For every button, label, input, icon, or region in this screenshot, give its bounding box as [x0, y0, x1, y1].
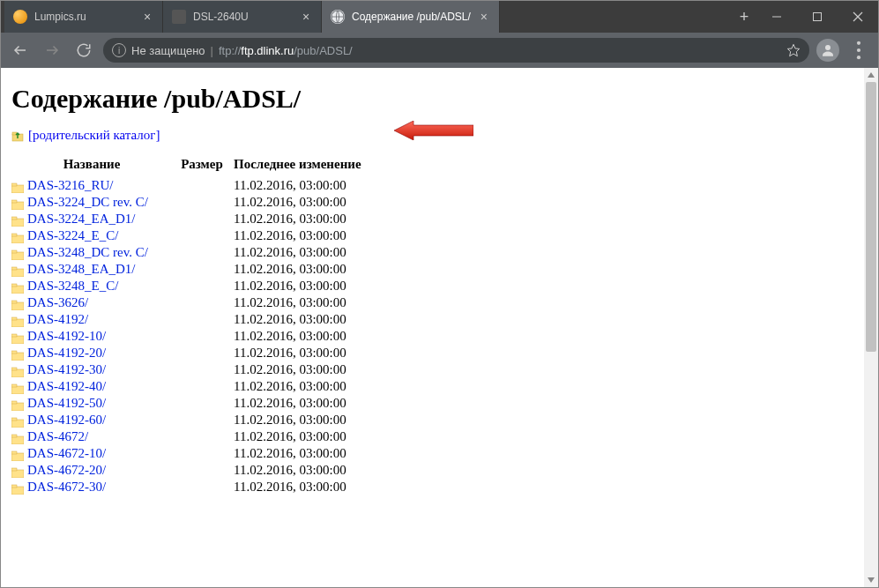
page-content: Содержание /pub/ADSL/ [родительский ката…	[1, 68, 864, 587]
svg-marker-53	[868, 577, 875, 583]
bookmark-star-icon[interactable]	[786, 43, 801, 57]
modified-cell: 11.02.2016, 03:00:00	[232, 378, 370, 395]
forward-button[interactable]	[40, 38, 64, 63]
scroll-down-button[interactable]	[864, 573, 878, 587]
scroll-track[interactable]	[864, 82, 878, 573]
directory-link[interactable]: DAS-4672-10/	[27, 446, 106, 460]
modified-cell: 11.02.2016, 03:00:00	[232, 395, 370, 412]
svg-point-10	[857, 48, 860, 52]
tab-title: Содержание /pub/ADSL/	[352, 11, 471, 23]
new-tab-button[interactable]: +	[732, 1, 756, 33]
modified-cell: 11.02.2016, 03:00:00	[232, 328, 370, 345]
directory-link[interactable]: DAS-4672-20/	[27, 463, 106, 477]
tab-close-icon[interactable]: ×	[478, 11, 490, 23]
directory-link[interactable]: DAS-3224_DC rev. C/	[27, 195, 148, 209]
svg-rect-24	[11, 269, 24, 277]
window-controls	[756, 1, 878, 33]
browser-tab[interactable]: Содержание /pub/ADSL/×	[322, 1, 500, 33]
minimize-button[interactable]	[756, 1, 797, 33]
size-cell	[179, 244, 232, 261]
size-cell	[179, 261, 232, 278]
directory-link[interactable]: DAS-4672-30/	[27, 480, 106, 494]
folder-icon	[11, 232, 24, 242]
svg-rect-36	[11, 369, 24, 377]
table-row: DAS-4192-60/11.02.2016, 03:00:00	[11, 412, 370, 428]
directory-link[interactable]: DAS-4192-50/	[27, 396, 106, 410]
parent-directory-link[interactable]: [родительский каталог]	[28, 128, 160, 143]
svg-rect-45	[11, 435, 17, 437]
table-row: DAS-3216_RU/11.02.2016, 03:00:00	[11, 177, 370, 194]
svg-rect-21	[11, 234, 17, 236]
svg-rect-33	[11, 334, 17, 337]
directory-link[interactable]: DAS-4192-20/	[27, 346, 106, 360]
divider: |	[211, 44, 213, 57]
directory-link[interactable]: DAS-3248_DC rev. C/	[27, 245, 148, 259]
svg-rect-25	[11, 267, 17, 270]
vertical-scrollbar[interactable]	[864, 68, 878, 587]
table-row: DAS-4192/11.02.2016, 03:00:00	[11, 311, 370, 328]
menu-button[interactable]	[846, 38, 871, 63]
size-cell	[179, 345, 232, 361]
close-button[interactable]	[838, 1, 878, 33]
svg-rect-15	[11, 183, 17, 186]
tab-close-icon[interactable]: ×	[300, 11, 312, 23]
svg-rect-43	[11, 418, 17, 421]
svg-rect-26	[11, 286, 24, 294]
svg-rect-14	[11, 185, 24, 193]
maximize-button[interactable]	[797, 1, 838, 33]
parent-directory-row: [родительский каталог]	[11, 128, 853, 143]
table-row: DAS-4192-50/11.02.2016, 03:00:00	[11, 395, 370, 412]
directory-link[interactable]: DAS-4192-40/	[27, 379, 106, 393]
scroll-up-button[interactable]	[864, 68, 878, 82]
directory-link[interactable]: DAS-4192-10/	[27, 329, 106, 343]
titlebar: Lumpics.ru×DSL-2640U×Содержание /pub/ADS…	[1, 1, 878, 33]
directory-link[interactable]: DAS-4672/	[27, 429, 88, 443]
profile-avatar[interactable]	[816, 39, 839, 62]
info-icon[interactable]: i	[112, 43, 126, 57]
column-header-modified: Последнее изменение	[232, 155, 370, 177]
browser-tab[interactable]: DSL-2640U×	[163, 1, 322, 33]
back-button[interactable]	[8, 38, 33, 63]
toolbar: i Не защищено | ftp://ftp.dlink.ru/pub/A…	[1, 33, 878, 68]
directory-link[interactable]: DAS-3248_E_C/	[27, 279, 118, 293]
address-bar[interactable]: i Не защищено | ftp://ftp.dlink.ru/pub/A…	[103, 38, 809, 63]
reload-button[interactable]	[71, 38, 96, 63]
table-row: DAS-4672-10/11.02.2016, 03:00:00	[11, 445, 370, 462]
svg-rect-34	[11, 353, 24, 361]
svg-point-9	[857, 41, 860, 45]
directory-link[interactable]: DAS-3248_EA_D1/	[27, 262, 136, 276]
svg-rect-47	[11, 451, 17, 454]
size-cell	[179, 378, 232, 395]
modified-cell: 11.02.2016, 03:00:00	[232, 479, 370, 495]
modified-cell: 11.02.2016, 03:00:00	[232, 311, 370, 328]
folder-icon	[11, 399, 24, 410]
svg-marker-52	[868, 72, 875, 78]
tab-close-icon[interactable]: ×	[141, 11, 153, 23]
folder-icon	[11, 282, 24, 293]
directory-link[interactable]: DAS-3224_EA_D1/	[27, 212, 136, 226]
content-area: Содержание /pub/ADSL/ [родительский ката…	[1, 68, 878, 587]
browser-tab[interactable]: Lumpics.ru×	[4, 1, 163, 33]
directory-link[interactable]: DAS-3626/	[27, 295, 88, 309]
modified-cell: 11.02.2016, 03:00:00	[232, 428, 370, 445]
modified-cell: 11.02.2016, 03:00:00	[232, 177, 370, 194]
favicon-globe-icon	[331, 10, 345, 24]
svg-rect-44	[11, 436, 24, 444]
scroll-thumb[interactable]	[866, 82, 876, 352]
svg-rect-32	[11, 336, 24, 344]
size-cell	[179, 479, 232, 495]
size-cell	[179, 278, 232, 294]
directory-link[interactable]: DAS-4192/	[27, 312, 88, 326]
folder-icon	[11, 316, 24, 326]
security-status: Не защищено	[131, 44, 205, 57]
svg-rect-42	[11, 420, 24, 428]
url-text: ftp://ftp.dlink.ru/pub/ADSL/	[219, 44, 353, 57]
svg-rect-41	[11, 401, 17, 404]
directory-link[interactable]: DAS-4192-60/	[27, 413, 106, 427]
folder-icon	[11, 466, 24, 477]
column-header-name: Название	[11, 155, 179, 177]
directory-link[interactable]: DAS-3216_RU/	[27, 178, 114, 192]
directory-link[interactable]: DAS-3224_E_C/	[27, 228, 118, 242]
size-cell	[179, 361, 232, 378]
directory-link[interactable]: DAS-4192-30/	[27, 362, 106, 376]
